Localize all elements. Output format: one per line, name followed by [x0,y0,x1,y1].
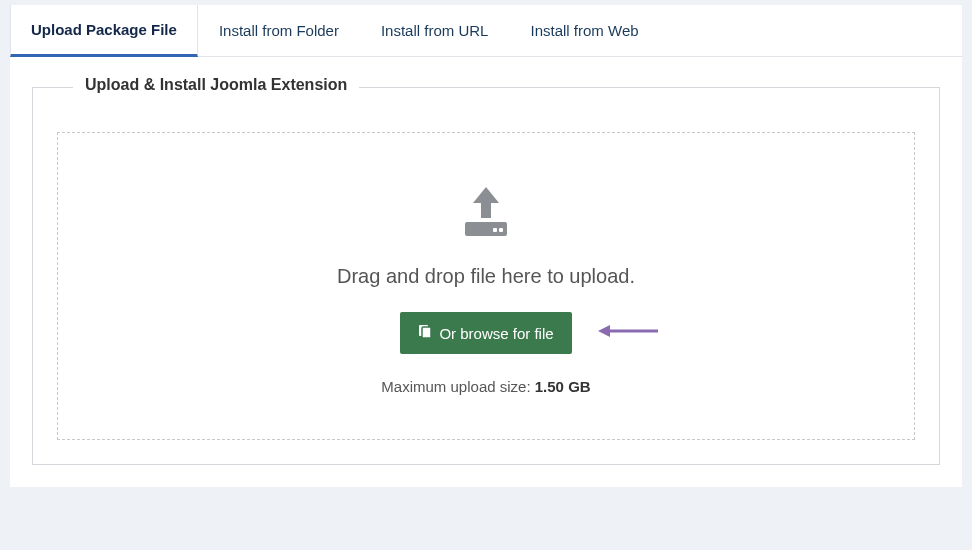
tab-upload-package[interactable]: Upload Package File [10,5,198,57]
tab-install-url[interactable]: Install from URL [360,5,510,56]
svg-marker-6 [598,325,610,337]
tabs-bar: Upload Package File Install from Folder … [10,5,962,57]
fieldset-legend: Upload & Install Joomla Extension [73,76,359,94]
svg-rect-4 [422,327,431,338]
svg-rect-2 [499,228,503,232]
browse-button-label: Or browse for file [439,325,553,342]
arrow-annotation [596,323,660,343]
file-icon [418,324,433,342]
max-size-label: Maximum upload size: [381,378,534,395]
svg-rect-1 [493,228,497,232]
tab-install-web[interactable]: Install from Web [509,5,659,56]
tab-install-folder[interactable]: Install from Folder [198,5,360,56]
browse-button[interactable]: Or browse for file [400,312,571,354]
max-size-value: 1.50 GB [535,378,591,395]
upload-fieldset: Upload & Install Joomla Extension Drag a… [32,87,940,465]
max-upload-size: Maximum upload size: 1.50 GB [78,378,894,395]
upload-icon [453,185,519,245]
drop-zone[interactable]: Drag and drop file here to upload. Or br… [57,132,915,440]
drag-text: Drag and drop file here to upload. [78,265,894,288]
